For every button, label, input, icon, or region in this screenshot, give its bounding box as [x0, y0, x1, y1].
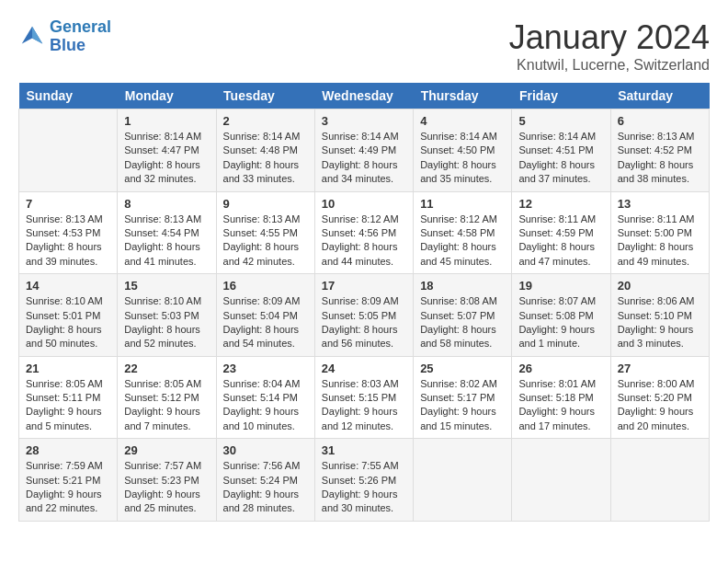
- day-number: 10: [322, 197, 406, 211]
- day-number: 12: [518, 197, 603, 211]
- calendar-cell: [19, 109, 118, 192]
- calendar-cell: 23Sunrise: 8:04 AMSunset: 5:14 PMDayligh…: [216, 356, 314, 439]
- calendar-cell: 18Sunrise: 8:08 AMSunset: 5:07 PMDayligh…: [414, 274, 512, 357]
- day-info: Sunrise: 8:10 AMSunset: 5:01 PMDaylight:…: [26, 294, 110, 351]
- calendar-cell: 4Sunrise: 8:14 AMSunset: 4:50 PMDaylight…: [414, 109, 512, 192]
- logo-icon: [18, 23, 46, 51]
- calendar-cell: 16Sunrise: 8:09 AMSunset: 5:04 PMDayligh…: [216, 274, 314, 357]
- day-info: Sunrise: 7:56 AMSunset: 5:24 PMDaylight:…: [223, 459, 308, 516]
- day-number: 15: [124, 279, 209, 293]
- day-number: 5: [518, 114, 603, 128]
- day-number: 19: [518, 279, 603, 293]
- day-info: Sunrise: 8:01 AMSunset: 5:18 PMDaylight:…: [518, 377, 603, 434]
- day-number: 24: [322, 362, 406, 375]
- day-number: 8: [124, 197, 209, 211]
- header-row: SundayMondayTuesdayWednesdayThursdayFrid…: [19, 83, 710, 109]
- day-info: Sunrise: 8:04 AMSunset: 5:14 PMDaylight:…: [223, 377, 308, 434]
- calendar-table: SundayMondayTuesdayWednesdayThursdayFrid…: [18, 83, 710, 522]
- calendar-cell: 22Sunrise: 8:05 AMSunset: 5:12 PMDayligh…: [118, 356, 216, 439]
- calendar-cell: 11Sunrise: 8:12 AMSunset: 4:58 PMDayligh…: [414, 191, 512, 274]
- week-row-4: 28Sunrise: 7:59 AMSunset: 5:21 PMDayligh…: [19, 439, 710, 522]
- day-number: 13: [618, 197, 702, 211]
- header-day-wednesday: Wednesday: [314, 83, 413, 109]
- day-number: 23: [223, 362, 308, 375]
- calendar-cell: [414, 439, 512, 522]
- day-info: Sunrise: 8:13 AMSunset: 4:54 PMDaylight:…: [124, 213, 209, 270]
- day-number: 6: [618, 114, 702, 128]
- calendar-cell: 14Sunrise: 8:10 AMSunset: 5:01 PMDayligh…: [19, 274, 118, 357]
- day-info: Sunrise: 8:10 AMSunset: 5:03 PMDaylight:…: [124, 294, 209, 351]
- header-day-thursday: Thursday: [414, 83, 512, 109]
- day-info: Sunrise: 8:14 AMSunset: 4:47 PMDaylight:…: [124, 130, 209, 187]
- header-day-sunday: Sunday: [19, 83, 118, 109]
- logo: General Blue: [18, 18, 111, 55]
- day-info: Sunrise: 8:13 AMSunset: 4:55 PMDaylight:…: [223, 213, 308, 270]
- calendar-cell: 1Sunrise: 8:14 AMSunset: 4:47 PMDaylight…: [118, 109, 216, 192]
- day-number: 1: [124, 114, 209, 128]
- day-number: 9: [223, 197, 308, 211]
- day-info: Sunrise: 7:59 AMSunset: 5:21 PMDaylight:…: [26, 459, 110, 516]
- day-number: 20: [618, 279, 702, 293]
- calendar-cell: 17Sunrise: 8:09 AMSunset: 5:05 PMDayligh…: [314, 274, 413, 357]
- day-info: Sunrise: 8:12 AMSunset: 4:58 PMDaylight:…: [420, 213, 505, 270]
- location: Knutwil, Lucerne, Switzerland: [509, 57, 710, 74]
- calendar-cell: 24Sunrise: 8:03 AMSunset: 5:15 PMDayligh…: [314, 356, 413, 439]
- calendar-cell: [512, 439, 610, 522]
- calendar-cell: 2Sunrise: 8:14 AMSunset: 4:48 PMDaylight…: [216, 109, 314, 192]
- day-number: 11: [420, 197, 505, 211]
- day-info: Sunrise: 8:00 AMSunset: 5:20 PMDaylight:…: [618, 377, 702, 434]
- day-number: 3: [322, 114, 406, 128]
- calendar-cell: 29Sunrise: 7:57 AMSunset: 5:23 PMDayligh…: [118, 439, 216, 522]
- calendar-cell: 31Sunrise: 7:55 AMSunset: 5:26 PMDayligh…: [314, 439, 413, 522]
- header-day-saturday: Saturday: [610, 83, 709, 109]
- day-info: Sunrise: 8:13 AMSunset: 4:52 PMDaylight:…: [618, 130, 702, 187]
- day-number: 31: [322, 443, 406, 457]
- day-info: Sunrise: 8:09 AMSunset: 5:04 PMDaylight:…: [223, 294, 308, 351]
- day-info: Sunrise: 8:09 AMSunset: 5:05 PMDaylight:…: [322, 294, 406, 351]
- day-number: 27: [618, 362, 702, 375]
- day-info: Sunrise: 7:55 AMSunset: 5:26 PMDaylight:…: [322, 459, 406, 516]
- day-info: Sunrise: 8:05 AMSunset: 5:12 PMDaylight:…: [124, 377, 209, 434]
- day-number: 2: [223, 114, 308, 128]
- day-info: Sunrise: 8:12 AMSunset: 4:56 PMDaylight:…: [322, 213, 406, 270]
- calendar-cell: 6Sunrise: 8:13 AMSunset: 4:52 PMDaylight…: [610, 109, 709, 192]
- page-header: General Blue January 2024 Knutwil, Lucer…: [18, 18, 710, 74]
- day-number: 29: [124, 443, 209, 457]
- day-info: Sunrise: 8:07 AMSunset: 5:08 PMDaylight:…: [518, 294, 603, 351]
- day-number: 17: [322, 279, 406, 293]
- week-row-3: 21Sunrise: 8:05 AMSunset: 5:11 PMDayligh…: [19, 356, 710, 439]
- calendar-cell: 8Sunrise: 8:13 AMSunset: 4:54 PMDaylight…: [118, 191, 216, 274]
- day-info: Sunrise: 8:11 AMSunset: 4:59 PMDaylight:…: [518, 213, 603, 270]
- day-info: Sunrise: 8:06 AMSunset: 5:10 PMDaylight:…: [618, 294, 702, 351]
- day-info: Sunrise: 8:02 AMSunset: 5:17 PMDaylight:…: [420, 377, 505, 434]
- calendar-cell: 5Sunrise: 8:14 AMSunset: 4:51 PMDaylight…: [512, 109, 610, 192]
- logo-text: General Blue: [50, 18, 111, 55]
- calendar-cell: 15Sunrise: 8:10 AMSunset: 5:03 PMDayligh…: [118, 274, 216, 357]
- day-info: Sunrise: 8:05 AMSunset: 5:11 PMDaylight:…: [26, 377, 110, 434]
- calendar-cell: 20Sunrise: 8:06 AMSunset: 5:10 PMDayligh…: [610, 274, 709, 357]
- month-title: January 2024: [509, 18, 710, 57]
- calendar-cell: 9Sunrise: 8:13 AMSunset: 4:55 PMDaylight…: [216, 191, 314, 274]
- calendar-cell: 12Sunrise: 8:11 AMSunset: 4:59 PMDayligh…: [512, 191, 610, 274]
- day-number: 16: [223, 279, 308, 293]
- day-number: 30: [223, 443, 308, 457]
- day-number: 22: [124, 362, 209, 375]
- calendar-cell: 13Sunrise: 8:11 AMSunset: 5:00 PMDayligh…: [610, 191, 709, 274]
- day-number: 4: [420, 114, 505, 128]
- week-row-0: 1Sunrise: 8:14 AMSunset: 4:47 PMDaylight…: [19, 109, 710, 192]
- calendar-header: SundayMondayTuesdayWednesdayThursdayFrid…: [19, 83, 710, 109]
- day-info: Sunrise: 8:13 AMSunset: 4:53 PMDaylight:…: [26, 213, 110, 270]
- day-info: Sunrise: 8:14 AMSunset: 4:51 PMDaylight:…: [518, 130, 603, 187]
- day-number: 7: [26, 197, 110, 211]
- header-day-monday: Monday: [118, 83, 216, 109]
- svg-marker-1: [32, 27, 42, 44]
- calendar-cell: 26Sunrise: 8:01 AMSunset: 5:18 PMDayligh…: [512, 356, 610, 439]
- calendar-cell: 25Sunrise: 8:02 AMSunset: 5:17 PMDayligh…: [414, 356, 512, 439]
- day-number: 28: [26, 443, 110, 457]
- calendar-cell: 21Sunrise: 8:05 AMSunset: 5:11 PMDayligh…: [19, 356, 118, 439]
- day-info: Sunrise: 7:57 AMSunset: 5:23 PMDaylight:…: [124, 459, 209, 516]
- day-number: 26: [518, 362, 603, 375]
- header-day-tuesday: Tuesday: [216, 83, 314, 109]
- calendar-cell: 19Sunrise: 8:07 AMSunset: 5:08 PMDayligh…: [512, 274, 610, 357]
- day-info: Sunrise: 8:14 AMSunset: 4:50 PMDaylight:…: [420, 130, 505, 187]
